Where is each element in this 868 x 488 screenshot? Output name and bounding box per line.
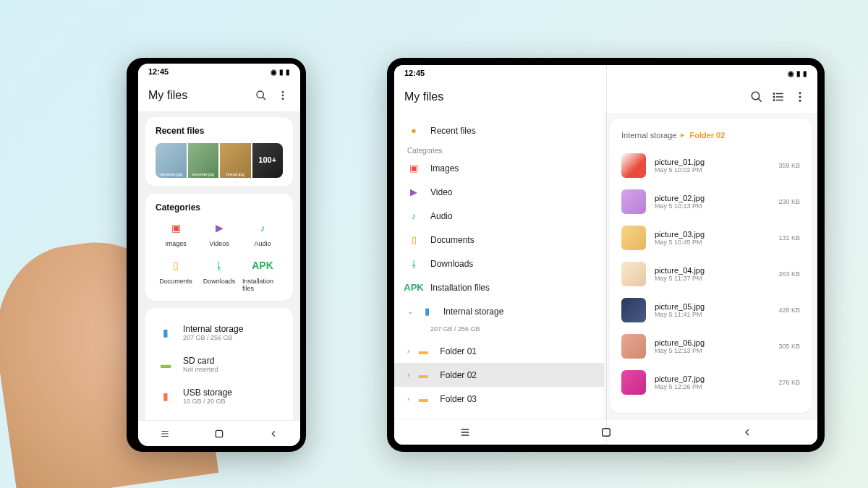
sidebar-folder-01[interactable]: ›▬Folder 01 xyxy=(394,339,604,363)
apk-icon: APK xyxy=(255,257,271,273)
svg-point-18 xyxy=(799,96,801,98)
sd-card-icon: ▬ xyxy=(157,356,174,373)
download-icon: ⭳ xyxy=(407,258,420,269)
file-item[interactable]: picture_07.jpgMay 5 12:26 PM276 KB xyxy=(620,365,801,400)
svg-rect-23 xyxy=(602,428,610,436)
svg-point-15 xyxy=(773,96,775,98)
sidebar-installation-files[interactable]: APKInstallation files xyxy=(394,275,604,299)
sidebar-folder-03[interactable]: ›▬Folder 03 xyxy=(394,387,604,411)
svg-point-19 xyxy=(799,100,801,102)
svg-point-0 xyxy=(257,91,263,98)
battery-icon: ▮ xyxy=(803,69,807,77)
nav-bar xyxy=(394,419,817,445)
svg-point-4 xyxy=(282,98,284,100)
file-thumbnail xyxy=(621,226,646,250)
breadcrumb-current: Folder 02 xyxy=(689,131,725,140)
svg-point-17 xyxy=(799,92,801,94)
recent-thumb[interactable]: vacation.jpg xyxy=(156,143,187,178)
storage-cloud[interactable]: ☁ Samsung Cloud Drive14.32 GB / 15 GB xyxy=(156,412,283,420)
file-item[interactable]: picture_03.jpgMay 5 10:45 PM131 KB xyxy=(620,221,801,255)
folder-icon: ▬ xyxy=(417,393,430,404)
signal-icon: ▮ xyxy=(279,68,284,76)
file-thumbnail xyxy=(621,262,646,286)
categories-card: Categories ▣Images ▶Videos ♪Audio ▯Docum… xyxy=(145,194,293,301)
internal-storage-icon: ▮ xyxy=(157,324,174,341)
status-bar: 12:45 ◉ ▮ ▮ xyxy=(394,65,817,81)
svg-line-10 xyxy=(758,98,762,102)
battery-icon: ▮ xyxy=(286,68,290,76)
file-item[interactable]: picture_02.jpgMay 5 10:13 PM230 KB xyxy=(620,184,801,219)
page-title: My files xyxy=(148,89,247,102)
storage-usb[interactable]: ▮ USB storage10 GB / 20 GB xyxy=(156,380,283,412)
file-thumbnail xyxy=(621,334,646,359)
nav-bar xyxy=(138,420,300,446)
storage-sd[interactable]: ▬ SD cardNot inserted xyxy=(156,348,283,380)
audio-icon: ♪ xyxy=(407,210,420,221)
status-time: 12:45 xyxy=(148,67,169,76)
phone-device-frame: 12:45 ◉ ▮ ▮ My files Recent files vacati… xyxy=(127,58,306,452)
view-toggle-icon[interactable] xyxy=(771,90,786,104)
search-icon[interactable] xyxy=(254,88,268,103)
search-icon[interactable] xyxy=(749,90,764,104)
sidebar-audio[interactable]: ♪Audio xyxy=(394,204,604,228)
file-item[interactable]: picture_01.jpgMay 5 10:02 PM359 KB xyxy=(620,148,801,183)
sidebar-video[interactable]: ▶Video xyxy=(394,180,604,204)
nav-home[interactable] xyxy=(592,426,621,439)
svg-point-2 xyxy=(282,91,284,93)
file-item[interactable]: picture_06.jpgMay 5 12:13 PM305 KB xyxy=(620,329,801,364)
category-documents[interactable]: ▯Documents xyxy=(156,257,196,292)
recent-thumb-more[interactable]: 100+ xyxy=(252,143,284,178)
recent-thumb[interactable]: bread.jpg xyxy=(220,143,251,178)
sidebar-documents[interactable]: ▯Documents xyxy=(394,228,604,252)
wifi-icon: ◉ xyxy=(788,69,794,77)
category-videos[interactable]: ▶Videos xyxy=(199,220,239,247)
page-title: My files xyxy=(404,90,742,103)
sidebar-folder-02[interactable]: ›▬Folder 02 xyxy=(394,363,604,387)
app-header: My files xyxy=(138,80,300,111)
recent-heading: Recent files xyxy=(156,126,283,136)
nav-back[interactable] xyxy=(733,427,762,438)
usb-icon: ▮ xyxy=(157,388,174,405)
nav-recents[interactable] xyxy=(150,429,179,439)
category-images[interactable]: ▣Images xyxy=(156,220,196,247)
phone-content[interactable]: Recent files vacation.jpg summer.jpg bre… xyxy=(138,111,300,420)
recent-thumb[interactable]: summer.jpg xyxy=(188,143,219,178)
file-pane: Internal storage ▸ Folder 02 picture_01.… xyxy=(610,119,812,413)
file-item[interactable]: picture_05.jpgMay 5 11:41 PM428 KB xyxy=(620,293,801,328)
file-thumbnail xyxy=(621,370,646,395)
tablet-device-frame: 12:45 ◉ ▮ ▮ My files ●Recent files Categ… xyxy=(387,58,825,452)
category-downloads[interactable]: ⭳Downloads xyxy=(199,257,239,292)
file-thumbnail xyxy=(621,153,646,178)
phone-screen: 12:45 ◉ ▮ ▮ My files Recent files vacati… xyxy=(138,64,300,446)
storage-internal[interactable]: ▮ Internal storage207 GB / 256 GB xyxy=(156,317,283,348)
category-audio[interactable]: ♪Audio xyxy=(242,220,283,247)
more-icon[interactable] xyxy=(793,90,807,104)
nav-recents[interactable] xyxy=(451,427,480,438)
file-list[interactable]: picture_01.jpgMay 5 10:02 PM359 KB pictu… xyxy=(620,148,801,400)
folder-icon: ▬ xyxy=(417,369,430,380)
nav-back[interactable] xyxy=(259,429,288,439)
apk-icon: APK xyxy=(407,282,420,293)
file-item[interactable]: picture_04.jpgMay 5 11:37 PM263 KB xyxy=(620,257,801,291)
nav-home[interactable] xyxy=(205,428,234,440)
tablet-body: ●Recent files Categories ▣Images ▶Video … xyxy=(394,113,817,419)
status-icons: ◉ ▮ ▮ xyxy=(788,69,807,77)
video-icon: ▶ xyxy=(407,187,420,197)
chevron-down-icon: ⌄ xyxy=(407,307,413,315)
video-icon: ▶ xyxy=(211,220,227,236)
breadcrumb-root[interactable]: Internal storage xyxy=(621,131,676,140)
sidebar-images[interactable]: ▣Images xyxy=(394,156,604,180)
more-icon[interactable] xyxy=(276,88,290,103)
sidebar-categories-label: Categories xyxy=(394,142,604,156)
category-installation-files[interactable]: APKInstallation files xyxy=(242,257,283,292)
signal-icon: ▮ xyxy=(796,69,801,77)
chevron-right-icon: › xyxy=(407,347,409,355)
sidebar-internal-storage[interactable]: ⌄ ▮ Internal storage 207 GB / 256 GB xyxy=(394,299,604,339)
file-thumbnail xyxy=(621,298,646,322)
sidebar-downloads[interactable]: ⭳Downloads xyxy=(394,252,604,275)
breadcrumb: Internal storage ▸ Folder 02 xyxy=(620,126,801,148)
svg-line-1 xyxy=(263,97,265,100)
recent-files-card: Recent files vacation.jpg summer.jpg bre… xyxy=(145,117,293,187)
tablet-screen: 12:45 ◉ ▮ ▮ My files ●Recent files Categ… xyxy=(394,65,817,445)
sidebar-recent[interactable]: ●Recent files xyxy=(394,119,604,142)
